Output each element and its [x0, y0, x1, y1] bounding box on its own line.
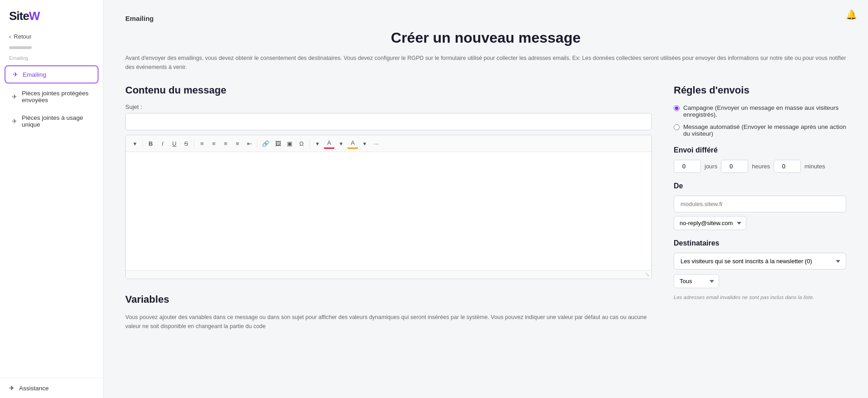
right-column: Régles d'envois Campagne (Envoyer un mes…: [674, 84, 846, 300]
campaign-radio-label: Campagne (Envoyer un message en masse au…: [683, 104, 846, 118]
align-right-btn[interactable]: ≡: [220, 139, 231, 148]
assistance-button[interactable]: ✈ Assistance: [0, 378, 103, 398]
top-bar: 🔔: [846, 9, 857, 20]
page-description: Avant d'envoyer des emailings, vous deve…: [125, 54, 846, 72]
toolbar-separator-3: [257, 139, 257, 147]
sidebar: SiteW ‹ Retour Emailing ✈ Emailing ✈ Piè…: [0, 0, 104, 398]
sidebar-item-protected-label: Pièces jointes protégées envoyées: [22, 90, 91, 103]
variables-description: Vous pouvez ajouter des variables dans c…: [125, 313, 652, 331]
subject-label: Sujet :: [125, 103, 652, 110]
toolbar-separator-1: [143, 139, 143, 147]
color-dropdown-btn[interactable]: ▾: [312, 139, 323, 148]
editor-body[interactable]: [126, 152, 651, 270]
variables-section: Variables Vous pouvez ajouter des variab…: [125, 294, 652, 331]
from-section-title: De: [674, 182, 846, 190]
protected-attachments-icon: ✈: [12, 93, 17, 100]
align-center-btn[interactable]: ≡: [208, 139, 219, 148]
toolbar-separator-4: [309, 139, 310, 147]
sidebar-item-single-label: Pièces jointes à usage unique: [22, 114, 91, 128]
sidebar-item-single-use-attachments[interactable]: ✈ Pièces jointes à usage unique: [5, 110, 99, 133]
destinataires-select[interactable]: Les visiteurs qui se sont inscrits à la …: [674, 253, 846, 270]
bg-color-btn[interactable]: A: [347, 138, 358, 149]
editor-resize-handle: ⤡: [126, 270, 651, 279]
automated-radio-option[interactable]: Message automatisé (Envoyer le message a…: [674, 123, 846, 137]
automated-radio-label: Message automatisé (Envoyer le message a…: [683, 123, 846, 137]
page-section-title: Emailing: [125, 15, 846, 22]
special-char-btn[interactable]: Ω: [296, 139, 307, 148]
app-logo: SiteW: [9, 9, 39, 23]
from-email-select[interactable]: no-reply@sitew.com: [674, 216, 746, 230]
variables-heading: Variables: [125, 294, 652, 305]
sidebar-section-label: Emailing: [0, 54, 103, 64]
align-justify-btn[interactable]: ≡: [232, 139, 243, 148]
notification-bell-icon[interactable]: 🔔: [846, 10, 857, 20]
content-heading: Contenu du message: [125, 84, 652, 96]
days-input[interactable]: [674, 160, 701, 173]
main-content: 🔔 Emailing Créer un nouveau message Avan…: [104, 0, 868, 398]
assistance-label: Assistance: [19, 385, 49, 392]
minutes-input[interactable]: [774, 160, 801, 173]
format-dropdown-btn[interactable]: ▾: [129, 139, 140, 148]
back-button[interactable]: ‹ Retour: [0, 30, 103, 44]
sidebar-item-emailing[interactable]: ✈ Emailing: [5, 65, 99, 84]
hours-label: heures: [752, 163, 770, 170]
minutes-label: minutes: [804, 163, 825, 170]
format-dropdown-icon: ▾: [133, 140, 137, 147]
bg-color-dropdown-btn[interactable]: ▾: [335, 139, 346, 148]
sidebar-item-protected-attachments[interactable]: ✈ Pièces jointes protégées envoyées: [5, 85, 99, 108]
resize-icon[interactable]: ⤡: [645, 271, 650, 278]
left-column: Contenu du message Sujet : ▾ B I U S ≡ ≡…: [125, 84, 652, 331]
bold-btn[interactable]: B: [145, 139, 156, 148]
automated-radio[interactable]: [674, 124, 680, 130]
from-domain-input[interactable]: [674, 196, 846, 212]
hours-input[interactable]: [721, 160, 748, 173]
underline-btn[interactable]: U: [169, 139, 180, 148]
italic-btn[interactable]: I: [157, 139, 168, 148]
font-color-btn[interactable]: A: [324, 138, 335, 149]
scroll-indicator: [9, 46, 32, 49]
single-use-icon: ✈: [12, 118, 17, 125]
bg-dropdown2-btn[interactable]: ▾: [359, 139, 370, 148]
days-label: jours: [705, 163, 717, 170]
strikethrough-btn[interactable]: S: [181, 139, 192, 148]
media-btn[interactable]: ▣: [284, 139, 295, 148]
rules-heading: Régles d'envois: [674, 84, 846, 96]
toolbar-separator-2: [194, 139, 194, 147]
destinataires-section-title: Destinataires: [674, 239, 846, 247]
outdent-btn[interactable]: ⇤: [244, 139, 255, 148]
subject-input[interactable]: [125, 113, 652, 130]
deferred-inputs-row: jours heures minutes: [674, 160, 846, 173]
back-label: Retour: [14, 33, 31, 40]
page-main-title: Créer un nouveau message: [125, 29, 846, 46]
two-column-layout: Contenu du message Sujet : ▾ B I U S ≡ ≡…: [125, 84, 846, 331]
link-btn[interactable]: 🔗: [260, 139, 271, 148]
emailing-icon: ✈: [13, 71, 18, 78]
email-invalid-note: Les adresses email invalides ne sont pas…: [674, 295, 846, 300]
campaign-radio-option[interactable]: Campagne (Envoyer un message en masse au…: [674, 104, 846, 118]
chevron-left-icon: ‹: [9, 33, 11, 40]
more-btn[interactable]: ···: [371, 139, 382, 148]
campaign-radio[interactable]: [674, 105, 680, 111]
tous-select[interactable]: Tous: [674, 274, 719, 288]
editor-toolbar: ▾ B I U S ≡ ≡ ≡ ≡ ⇤ 🔗 🖼 ▣: [126, 135, 651, 152]
sidebar-item-emailing-label: Emailing: [23, 71, 46, 78]
deferred-section-title: Envoi différé: [674, 146, 846, 154]
logo-area: SiteW: [0, 0, 103, 30]
image-btn[interactable]: 🖼: [272, 139, 283, 148]
assistance-icon: ✈: [9, 384, 15, 392]
align-left-btn[interactable]: ≡: [197, 139, 207, 148]
rich-text-editor: ▾ B I U S ≡ ≡ ≡ ≡ ⇤ 🔗 🖼 ▣: [125, 135, 652, 279]
